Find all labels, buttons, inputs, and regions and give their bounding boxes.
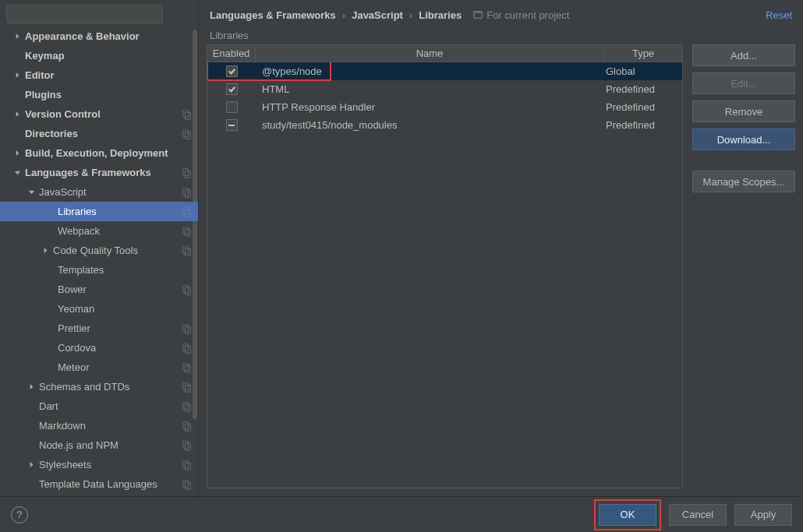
arrow-spacer	[12, 51, 22, 61]
sidebar-item[interactable]: Code Quality Tools	[0, 241, 198, 260]
cell-enabled	[207, 83, 256, 95]
sidebar-item[interactable]: Dart	[0, 396, 198, 416]
sidebar-item[interactable]: Schemas and DTDs	[0, 377, 198, 396]
apply-button[interactable]: Apply	[734, 504, 792, 526]
arrow-spacer	[45, 344, 55, 353]
sidebar-item[interactable]: Bower	[0, 280, 198, 299]
sidebar-item-label: Meteor	[58, 361, 181, 373]
cell-type: Global	[604, 65, 682, 77]
enabled-checkbox[interactable]	[226, 65, 238, 77]
sidebar-item-label: Markdown	[39, 420, 181, 432]
sidebar-item[interactable]: JavaScript	[0, 182, 198, 202]
chevron-right-icon	[12, 71, 22, 80]
svg-rect-19	[185, 326, 190, 333]
sidebar-item[interactable]: Languages & Frameworks	[0, 163, 198, 182]
download-button[interactable]: Download...	[692, 129, 795, 150]
enabled-checkbox[interactable]	[226, 83, 238, 95]
svg-rect-31	[185, 443, 190, 450]
sidebar-item[interactable]: Yeoman	[0, 299, 198, 319]
sidebar-item[interactable]: Templates	[0, 260, 198, 280]
sidebar-item-label: Webpack	[58, 225, 181, 237]
manage-scopes-button[interactable]: Manage Scopes...	[692, 171, 795, 192]
arrow-spacer	[27, 441, 36, 450]
svg-rect-4	[183, 129, 189, 136]
project-scope-icon	[181, 440, 192, 451]
project-scope-icon	[181, 362, 192, 373]
project-scope-icon	[181, 460, 192, 470]
chevron-down-icon	[27, 188, 36, 197]
sidebar-item[interactable]: Plugins	[0, 85, 198, 104]
sidebar-item-label: Directories	[25, 128, 181, 139]
sidebar-item[interactable]: Meteor	[0, 358, 198, 377]
sidebar-item[interactable]: Directories	[0, 124, 198, 143]
project-scope-icon	[181, 323, 192, 334]
col-name[interactable]: Name	[256, 45, 604, 62]
breadcrumb-seg-2[interactable]: Libraries	[419, 9, 462, 21]
sidebar-item-label: Prettier	[58, 322, 181, 334]
table-body[interactable]: @types/nodeGlobalHTMLPredefinedHTTP Resp…	[207, 62, 682, 488]
project-scope-icon	[181, 245, 192, 256]
arrow-spacer	[12, 129, 22, 139]
project-scope-icon	[181, 343, 192, 354]
project-scope-icon	[181, 109, 192, 120]
col-type[interactable]: Type	[604, 45, 682, 62]
sidebar-item[interactable]: Editor	[0, 65, 198, 85]
table-row[interactable]: HTMLPredefined	[207, 80, 682, 98]
sidebar-item[interactable]: Libraries	[0, 202, 198, 221]
project-scope-icon	[181, 187, 192, 198]
cancel-button[interactable]: Cancel	[669, 504, 727, 526]
help-icon[interactable]: ?	[11, 506, 28, 523]
sidebar-item[interactable]: Webpack	[0, 221, 198, 241]
sidebar-item-label: JavaScript	[39, 186, 181, 198]
sidebar-item[interactable]: Appearance & Behavior	[0, 26, 198, 46]
sidebar-item[interactable]: Cordova	[0, 338, 198, 358]
edit-button[interactable]: Edit...	[692, 72, 795, 94]
enabled-checkbox[interactable]	[226, 101, 238, 113]
arrow-spacer	[27, 402, 36, 411]
add-button[interactable]: Add...	[692, 44, 795, 66]
sidebar-item-label: Libraries	[58, 206, 181, 217]
enabled-checkbox[interactable]	[226, 119, 238, 131]
sidebar-item[interactable]: Keymap	[0, 46, 198, 65]
svg-rect-24	[183, 382, 189, 389]
svg-rect-17	[185, 287, 190, 294]
sidebar-item-label: Dart	[39, 400, 181, 412]
svg-rect-14	[183, 246, 189, 253]
reset-link[interactable]: Reset	[766, 9, 792, 21]
sidebar-item-label: Code Quality Tools	[53, 245, 181, 256]
svg-rect-6	[183, 168, 189, 175]
ok-button[interactable]: OK	[599, 504, 656, 526]
remove-button[interactable]: Remove	[692, 100, 795, 122]
svg-rect-10	[183, 207, 189, 214]
breadcrumb-seg-1[interactable]: JavaScript	[352, 9, 403, 21]
sidebar-item[interactable]: Markdown	[0, 416, 198, 435]
table-row[interactable]: @types/nodeGlobal	[207, 62, 682, 80]
svg-rect-16	[183, 285, 189, 292]
sidebar-item[interactable]: Template Data Languages	[0, 474, 198, 494]
cell-name: HTTP Response Handler	[256, 101, 604, 113]
search-input[interactable]	[6, 5, 163, 23]
sidebar-item[interactable]: Prettier	[0, 319, 198, 338]
settings-tree[interactable]: Appearance & BehaviorKeymapEditorPlugins…	[0, 26, 198, 496]
svg-rect-9	[185, 190, 190, 197]
sidebar-item[interactable]: Version Control	[0, 104, 198, 124]
project-scope-icon	[181, 479, 192, 490]
sidebar-item[interactable]: Stylesheets	[0, 455, 198, 474]
chevron-right-icon	[27, 460, 36, 470]
sidebar-item-label: Stylesheets	[39, 459, 181, 470]
sidebar-item[interactable]: Node.js and NPM	[0, 435, 198, 455]
sidebar-item[interactable]: Build, Execution, Deployment	[0, 143, 198, 163]
table-row[interactable]: HTTP Response HandlerPredefined	[207, 98, 682, 116]
svg-rect-11	[185, 210, 190, 217]
dialog-footer: ? OK Cancel Apply	[0, 496, 803, 532]
svg-rect-28	[183, 421, 189, 428]
side-buttons: Add... Edit... Remove Download... Manage…	[692, 44, 795, 488]
sidebar-item-label: Appearance & Behavior	[25, 30, 192, 42]
arrow-spacer	[45, 305, 55, 314]
sidebar-item-label: Keymap	[25, 50, 192, 62]
table-row[interactable]: study/test0415/node_modulesPredefined	[207, 116, 682, 134]
project-scope-icon	[181, 206, 192, 217]
col-enabled[interactable]: Enabled	[207, 45, 256, 62]
cell-type: Predefined	[604, 101, 682, 113]
breadcrumb-seg-0[interactable]: Languages & Frameworks	[210, 9, 336, 21]
